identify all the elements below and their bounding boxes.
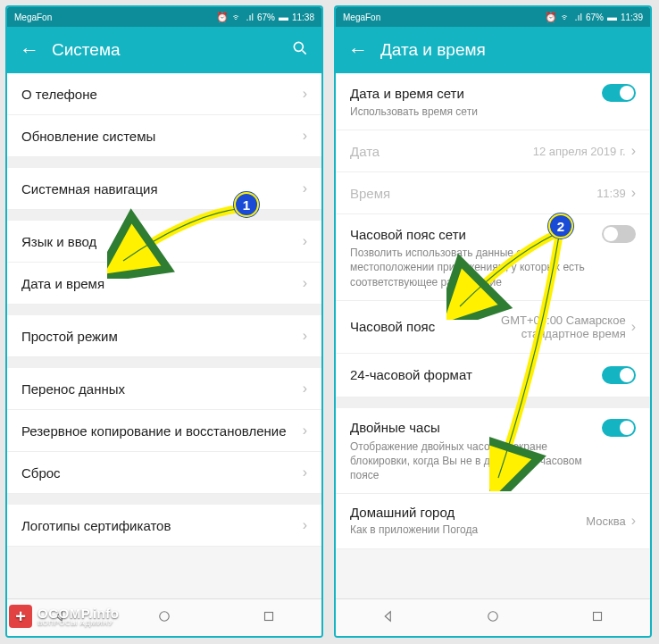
row-label: Простой режим	[21, 329, 303, 344]
settings-list: Дата и время сети Использовать время сет…	[336, 73, 650, 598]
row-subtitle: Позволить использовать данные о местопол…	[350, 246, 636, 289]
svg-point-2	[160, 611, 170, 621]
nav-home-icon[interactable]	[156, 608, 172, 628]
signal-icon: .ıl	[574, 12, 582, 22]
chevron-right-icon: ›	[303, 381, 307, 397]
chevron-right-icon: ›	[631, 185, 636, 201]
phone-left: MegaFon ⏰ ᯤ .ıl 67% ▬ 11:38 ← Система О …	[5, 5, 323, 638]
toolbar: ← Дата и время	[336, 27, 650, 73]
marker-label: 2	[557, 219, 564, 234]
signal-icon: .ıl	[246, 12, 254, 22]
row-label: Сброс	[21, 465, 303, 481]
chevron-right-icon: ›	[303, 517, 307, 533]
row-label: Обновление системы	[21, 129, 303, 144]
row-network-timezone[interactable]: Часовой пояс сети Позволить использовать…	[336, 214, 650, 301]
android-navbar	[336, 598, 650, 636]
status-time: 11:38	[292, 13, 314, 22]
row-reset[interactable]: Сброс ›	[7, 452, 321, 494]
row-label: Язык и ввод	[21, 234, 303, 249]
toolbar: ← Система	[7, 27, 321, 73]
back-icon[interactable]: ←	[348, 40, 368, 60]
row-label: Часовой пояс	[350, 319, 483, 334]
marker-label: 1	[243, 197, 250, 213]
row-24h-format[interactable]: 24-часовой формат	[336, 354, 650, 397]
wifi-icon: ᯤ	[561, 12, 571, 22]
toggle-network-timezone[interactable]	[602, 225, 636, 243]
row-value: 12 апреля 2019 г.	[533, 145, 626, 158]
row-label: Дата	[350, 144, 533, 159]
alarm-icon: ⏰	[545, 12, 557, 23]
toggle-network-datetime[interactable]	[602, 84, 636, 102]
row-label: Системная навигация	[21, 181, 303, 197]
row-label: Резервное копирование и восстановление	[21, 423, 303, 439]
svg-point-4	[488, 611, 498, 621]
chevron-right-icon: ›	[303, 422, 307, 439]
row-title: Домашний город	[350, 505, 586, 520]
row-timezone[interactable]: Часовой пояс GMT+04:00 Самарское стандар…	[336, 301, 650, 354]
svg-line-1	[303, 51, 306, 54]
row-system-nav[interactable]: Системная навигация ›	[7, 168, 321, 210]
chevron-right-icon: ›	[631, 319, 636, 335]
toggle-dual-clocks[interactable]	[602, 419, 636, 437]
row-label: Перенос данных	[21, 381, 303, 397]
toggle-24h[interactable]	[602, 366, 636, 384]
row-value: GMT+04:00 Самарское стандартное время	[483, 314, 626, 340]
row-label: Логотипы сертификатов	[21, 518, 303, 533]
row-home-city[interactable]: Домашний город Как в приложении Погода М…	[336, 494, 650, 548]
row-value: 11:39	[596, 187, 626, 200]
svg-rect-5	[594, 612, 602, 620]
chevron-right-icon: ›	[303, 464, 307, 481]
row-subtitle: Использовать время сети	[350, 105, 636, 119]
row-value: Москва	[586, 514, 625, 528]
status-bar: MegaFon ⏰ ᯤ .ıl 67% ▬ 11:38	[7, 7, 321, 27]
row-cert-logos[interactable]: Логотипы сертификатов ›	[7, 505, 321, 547]
nav-home-icon[interactable]	[485, 608, 501, 628]
phone-right: MegaFon ⏰ ᯤ .ıl 67% ▬ 11:39 ← Дата и вре…	[334, 5, 652, 638]
chevron-right-icon: ›	[303, 128, 307, 144]
row-label: Дата и время	[21, 276, 303, 291]
row-simple-mode[interactable]: Простой режим ›	[7, 315, 321, 357]
search-icon[interactable]	[291, 39, 309, 61]
back-icon[interactable]: ←	[20, 40, 39, 60]
row-about[interactable]: О телефоне ›	[7, 73, 321, 115]
wifi-icon: ᯤ	[232, 12, 242, 22]
chevron-right-icon: ›	[631, 513, 636, 529]
nav-recent-icon[interactable]	[589, 608, 605, 628]
battery-label: 67%	[586, 13, 604, 22]
row-datetime[interactable]: Дата и время ›	[7, 263, 321, 305]
svg-point-0	[294, 42, 303, 51]
row-subtitle: Отображение двойных часов на экране блок…	[350, 439, 636, 483]
watermark-sub: ВОПРОСЫ АДМИНУ	[38, 620, 119, 627]
row-time: Время 11:39 ›	[336, 172, 650, 214]
carrier-label: MegaFon	[343, 13, 380, 22]
svg-rect-3	[265, 612, 273, 620]
row-label: 24-часовой формат	[350, 367, 602, 382]
battery-label: 67%	[257, 13, 275, 22]
battery-icon: ▬	[607, 12, 617, 22]
chevron-right-icon: ›	[303, 180, 307, 197]
row-network-datetime[interactable]: Дата и время сети Использовать время сет…	[336, 73, 650, 130]
watermark-plus-icon: +	[9, 605, 32, 628]
settings-list: О телефоне › Обновление системы › Систем…	[7, 73, 321, 598]
row-backup[interactable]: Резервное копирование и восстановление ›	[7, 410, 321, 452]
nav-recent-icon[interactable]	[261, 608, 277, 628]
watermark: + OCOMP.info ВОПРОСЫ АДМИНУ	[9, 605, 119, 628]
chevron-right-icon: ›	[303, 328, 307, 344]
annotation-marker-2: 2	[548, 213, 573, 238]
chevron-right-icon: ›	[303, 233, 307, 249]
row-title: Двойные часы	[350, 420, 602, 435]
row-update[interactable]: Обновление системы ›	[7, 115, 321, 157]
row-label: Время	[350, 186, 596, 201]
nav-back-icon[interactable]	[380, 608, 396, 628]
carrier-label: MegaFon	[14, 13, 52, 22]
chevron-right-icon: ›	[631, 143, 636, 159]
row-dual-clocks[interactable]: Двойные часы Отображение двойных часов н…	[336, 408, 650, 495]
chevron-right-icon: ›	[303, 86, 307, 102]
row-language[interactable]: Язык и ввод ›	[7, 221, 321, 263]
watermark-brand: OCOMP.info	[38, 606, 119, 620]
row-subtitle: Как в приложении Погода	[350, 523, 586, 537]
row-date: Дата 12 апреля 2019 г. ›	[336, 130, 650, 172]
row-label: О телефоне	[21, 87, 303, 102]
page-title: Система	[52, 40, 279, 60]
row-transfer[interactable]: Перенос данных ›	[7, 368, 321, 410]
